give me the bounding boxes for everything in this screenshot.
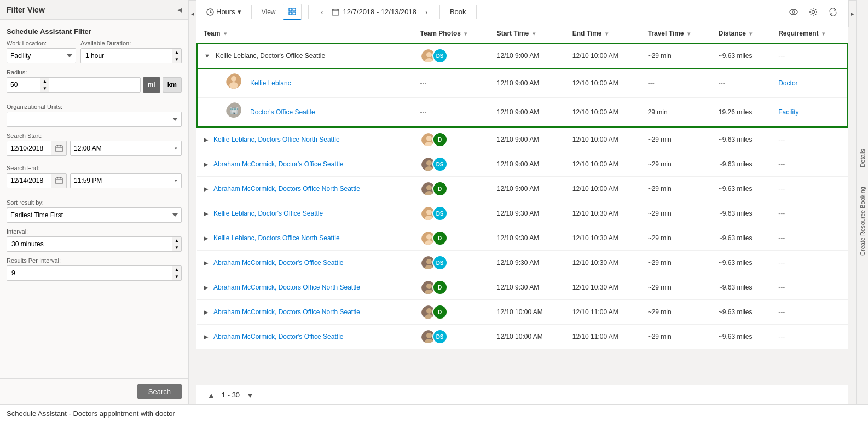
filter-collapse-button[interactable]: ◂ bbox=[177, 4, 182, 15]
unit-mi-btn[interactable]: mi bbox=[143, 77, 160, 93]
details-label[interactable]: Details bbox=[859, 144, 866, 172]
interval-up-btn[interactable]: ▲ bbox=[172, 237, 181, 244]
team-name[interactable]: Abraham McCormick, Doctors Office North … bbox=[213, 308, 360, 316]
team-name[interactable]: Kellie Leblanc, Doctors Office North Sea… bbox=[213, 136, 340, 143]
right-panel-collapse-button[interactable]: ▸ bbox=[848, 0, 856, 27]
table-row[interactable]: ▶ Abraham McCormick, Doctors Office Nort… bbox=[197, 275, 848, 300]
expand-icon[interactable]: ▶ bbox=[204, 235, 208, 242]
photos-cell: D bbox=[414, 300, 490, 325]
travel-time: ~29 min bbox=[648, 136, 672, 143]
available-duration-input[interactable] bbox=[81, 49, 172, 63]
book-button[interactable]: Book bbox=[447, 5, 470, 18]
sub-requirement[interactable]: Doctor bbox=[778, 79, 797, 87]
travel-time: ~29 min bbox=[648, 185, 672, 193]
travel-time: ~29 min bbox=[648, 308, 672, 316]
col-end[interactable]: End Time ▾ bbox=[566, 24, 641, 43]
search-start-calendar-icon[interactable] bbox=[51, 141, 66, 156]
expand-icon[interactable]: ▼ bbox=[204, 53, 210, 59]
team-name[interactable]: Abraham McCormick, Doctors Office North … bbox=[213, 185, 360, 193]
end-time-cell: 12/10 11:00 AM bbox=[566, 325, 641, 349]
results-down-btn[interactable]: ▼ bbox=[172, 273, 181, 280]
team-name[interactable]: Abraham McCormick, Doctor's Office Seatt… bbox=[213, 160, 343, 168]
search-end-date-input[interactable] bbox=[7, 174, 51, 188]
interval-label: Interval: bbox=[7, 228, 182, 235]
expand-icon[interactable]: ▶ bbox=[204, 284, 208, 291]
search-button[interactable]: Search bbox=[137, 384, 182, 399]
col-distance[interactable]: Distance ▾ bbox=[712, 24, 772, 43]
sub-requirement[interactable]: Facility bbox=[778, 108, 798, 116]
expand-icon[interactable]: ▶ bbox=[204, 210, 208, 217]
pagination-up-btn[interactable]: ▲ bbox=[205, 390, 217, 401]
create-booking-label[interactable]: Create Resource Booking bbox=[859, 182, 866, 260]
sub-team-name[interactable]: Kellie Leblanc bbox=[250, 79, 291, 87]
radius-up-btn[interactable]: ▲ bbox=[40, 78, 49, 85]
results-up-btn[interactable]: ▲ bbox=[172, 266, 181, 273]
radius-input[interactable] bbox=[7, 78, 40, 92]
org-units-select[interactable] bbox=[7, 112, 182, 127]
work-location-select[interactable]: Facility bbox=[7, 48, 76, 63]
radius-label: Radius: bbox=[7, 69, 182, 76]
team-name[interactable]: Abraham McCormick, Doctor's Office Seatt… bbox=[213, 333, 343, 340]
expand-icon[interactable]: ▶ bbox=[204, 333, 208, 340]
expand-icon[interactable]: ▶ bbox=[204, 186, 208, 193]
search-start-row: 12:00 AM ▾ bbox=[7, 141, 182, 156]
next-date-btn[interactable]: › bbox=[420, 5, 433, 19]
table-row[interactable]: ▶ Abraham McCormick, Doctors Office Nort… bbox=[197, 177, 848, 201]
unit-km-btn[interactable]: km bbox=[163, 77, 182, 93]
duration-down-btn[interactable]: ▼ bbox=[172, 56, 181, 63]
search-start-time-select[interactable]: 12:00 AM bbox=[71, 141, 170, 155]
table-row[interactable]: ▼ Kellie Leblanc, Doctor's Office Seattl… bbox=[197, 43, 848, 68]
expand-icon[interactable]: ▶ bbox=[204, 309, 208, 316]
search-end-time-arrow[interactable]: ▾ bbox=[170, 178, 181, 183]
table-row[interactable]: ▶ Abraham McCormick, Doctors Office Nort… bbox=[197, 300, 848, 325]
team-name[interactable]: Abraham McCormick, Doctor's Office Seatt… bbox=[213, 259, 343, 267]
svg-point-40 bbox=[426, 210, 432, 215]
col-photos[interactable]: Team Photos ▾ bbox=[414, 24, 490, 43]
search-end-group: Search End: bbox=[7, 165, 182, 194]
col-requirement[interactable]: Requirement ▾ bbox=[772, 24, 848, 43]
search-end-calendar-icon[interactable] bbox=[51, 173, 66, 188]
interval-down-btn[interactable]: ▼ bbox=[172, 244, 181, 251]
sort-select[interactable]: Earliest Time First bbox=[7, 207, 182, 223]
left-panel-collapse-button[interactable]: ◂ bbox=[189, 0, 196, 27]
distance-cell: ~9.63 miles bbox=[712, 251, 772, 275]
col-team[interactable]: Team ▾ bbox=[197, 24, 414, 43]
team-name[interactable]: Abraham McCormick, Doctors Office North … bbox=[213, 284, 360, 291]
sub-travel: 29 min bbox=[648, 108, 668, 116]
search-end-time-select[interactable]: 11:59 PM bbox=[71, 174, 170, 188]
search-start-date-input[interactable] bbox=[7, 141, 51, 155]
radius-down-btn[interactable]: ▼ bbox=[40, 85, 49, 92]
sub-team-name[interactable]: Doctor's Office Seattle bbox=[250, 108, 315, 116]
table-row[interactable]: ▶ Kellie Leblanc, Doctors Office North S… bbox=[197, 127, 848, 152]
team-name[interactable]: Kellie Leblanc, Doctors Office North Sea… bbox=[213, 234, 340, 242]
table-row[interactable]: ▶ Abraham McCormick, Doctor's Office Sea… bbox=[197, 152, 848, 177]
col-travel[interactable]: Travel Time ▾ bbox=[641, 24, 712, 43]
table-header-row: Team ▾ Team Photos ▾ Start Time ▾ End Ti… bbox=[197, 24, 848, 43]
grid-view-btn[interactable] bbox=[283, 4, 301, 20]
eye-button[interactable] bbox=[785, 3, 802, 21]
table-row[interactable]: ▶ Abraham McCormick, Doctor's Office Sea… bbox=[197, 251, 848, 275]
table-row[interactable]: ▶ Abraham McCormick, Doctor's Office Sea… bbox=[197, 325, 848, 349]
view-toggle bbox=[283, 4, 302, 20]
pagination-down-btn[interactable]: ▼ bbox=[244, 390, 256, 401]
expand-icon[interactable]: ▶ bbox=[204, 161, 208, 168]
expand-icon[interactable]: ▶ bbox=[204, 136, 208, 143]
table-row[interactable]: ▶ Kellie Leblanc, Doctor's Office Seattl… bbox=[197, 201, 848, 226]
expand-icon[interactable]: ▶ bbox=[204, 259, 208, 267]
end-time-cell: 12/10 10:30 AM bbox=[566, 226, 641, 251]
settings-button[interactable] bbox=[805, 3, 822, 21]
duration-up-btn[interactable]: ▲ bbox=[172, 49, 181, 56]
interval-input[interactable] bbox=[7, 237, 172, 251]
distance: ~9.63 miles bbox=[719, 284, 753, 291]
team-cell: ▶ Abraham McCormick, Doctor's Office Sea… bbox=[197, 152, 414, 177]
results-input[interactable] bbox=[7, 266, 172, 280]
refresh-button[interactable] bbox=[824, 3, 842, 21]
separator2 bbox=[308, 5, 309, 19]
photos-cell: DS bbox=[414, 325, 490, 349]
hours-control[interactable]: Hours ▾ bbox=[203, 5, 245, 18]
team-name[interactable]: Kellie Leblanc, Doctor's Office Seattle bbox=[213, 210, 323, 217]
prev-date-btn[interactable]: ‹ bbox=[315, 5, 328, 19]
search-start-time-arrow[interactable]: ▾ bbox=[170, 146, 181, 151]
table-row[interactable]: ▶ Kellie Leblanc, Doctors Office North S… bbox=[197, 226, 848, 251]
col-start[interactable]: Start Time ▾ bbox=[490, 24, 566, 43]
